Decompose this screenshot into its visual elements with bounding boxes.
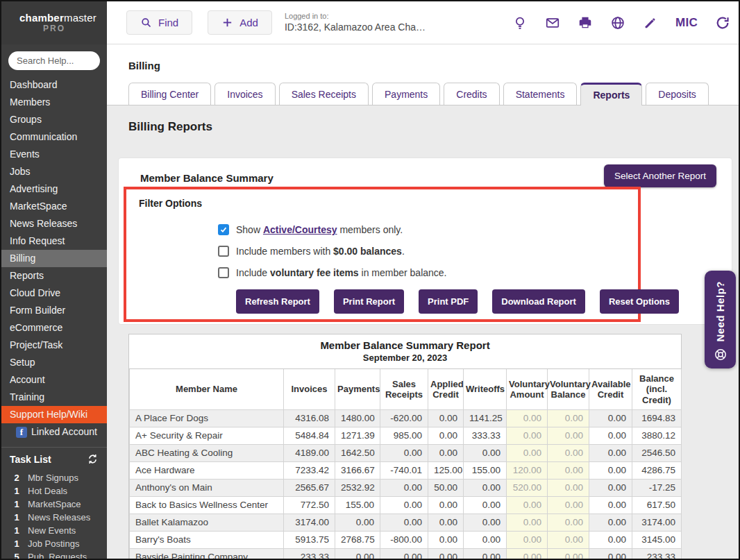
value-cell: 0.00 [548,427,589,444]
sidebar-item-setup[interactable]: Setup [1,354,107,371]
value-cell: 0.00 [589,479,632,496]
user-initials-label[interactable]: MIC [675,16,698,30]
refresh-report-button[interactable]: Refresh Report [236,289,319,314]
value-cell: 1271.39 [335,427,380,444]
download-report-button[interactable]: Download Report [492,289,585,314]
task-item-news-releases[interactable]: 1News Releases [10,511,99,524]
filter-checkbox-row[interactable]: Show Active/Courtesy members only. [218,223,638,236]
task-label: Job Postings [28,537,79,550]
tab-billing-center[interactable]: Billing Center [128,83,211,105]
app-window: chambermaster PRO Find Add Logged in to:… [0,0,740,560]
table-row: Back to Basics Wellness Center772.50155.… [130,496,682,514]
sidebar-item-dashboard[interactable]: Dashboard [1,76,107,94]
sidebar-item-linked-account[interactable]: f Linked Account [1,423,107,441]
task-count: 1 [10,498,24,511]
envelope-icon[interactable] [545,15,560,31]
checkbox-checked[interactable] [218,224,229,235]
tab-sales-receipts[interactable]: Sales Receipts [279,83,369,105]
add-button[interactable]: Add [208,10,272,35]
printer-icon[interactable] [578,15,593,31]
value-cell: 1141.25 [464,409,507,427]
task-label: MarketSpace [28,498,81,511]
filter-checkbox-label: Include members with $0.00 balances. [236,246,405,257]
toolbar-icons: MIC [512,1,730,44]
value-cell: 0.00 [548,409,589,427]
sidebar-item-events[interactable]: Events [1,146,107,163]
task-item-pub-requests[interactable]: 5Pub. Requests [10,550,99,560]
sidebar-item-news-releases[interactable]: News Releases [1,215,107,232]
sidebar-item-advertising[interactable]: Advertising [1,180,107,198]
sidebar-item-training[interactable]: Training [1,389,107,406]
sidebar-item-reports[interactable]: Reports [1,267,107,285]
tab-statements[interactable]: Statements [503,83,578,105]
print-pdf-button[interactable]: Print PDF [419,289,478,314]
report-table-caption: Member Balance Summary Report September … [129,334,681,369]
facebook-icon: f [16,427,27,438]
checkbox-unchecked[interactable] [218,246,229,257]
filter-checkbox-row[interactable]: Include voluntary fee items in member ba… [218,266,638,279]
sidebar-item-account[interactable]: Account [1,371,107,389]
sidebar-item-project-task[interactable]: Project/Task [1,337,107,354]
search-help-input[interactable] [8,51,100,70]
sidebar-item-form-builder[interactable]: Form Builder [1,302,107,319]
sidebar-item-support-help-wiki[interactable]: Support Help/Wiki [1,406,107,423]
sidebar-item-jobs[interactable]: Jobs [1,163,107,180]
value-cell: 7233.42 [284,461,335,479]
task-item-job-postings[interactable]: 1Job Postings [10,537,99,550]
sidebar-item-communication[interactable]: Communication [1,128,107,146]
sidebar-item-members[interactable]: Members [1,94,107,111]
value-cell: 5913.75 [284,531,335,548]
find-button[interactable]: Find [126,10,192,35]
section-title: Billing Reports [128,120,212,134]
tab-payments[interactable]: Payments [372,83,440,105]
bold-text: voluntary fee items [270,267,359,278]
globe-icon[interactable] [610,15,625,31]
filter-checkbox-row[interactable]: Include members with $0.00 balances. [218,245,638,257]
value-cell: 3880.12 [632,427,682,444]
lightbulb-icon[interactable] [512,15,528,31]
member-name-cell: Barry's Boats [130,531,284,548]
task-count: 1 [10,511,24,524]
sidebar-item-marketspace[interactable]: MarketSpace [1,198,107,215]
active-courtesy-link[interactable]: Active/Courtesy [263,224,337,235]
sidebar-item-billing[interactable]: Billing [1,250,107,267]
sidebar-item-cloud-drive[interactable]: Cloud Drive [1,285,107,302]
tab-reports[interactable]: Reports [580,83,642,105]
value-cell: 0.00 [548,461,589,479]
value-cell: -740.01 [380,461,428,479]
refresh-icon[interactable] [715,15,730,31]
tab-deposits[interactable]: Deposits [646,83,708,105]
sidebar-item-info-request[interactable]: Info Request [1,232,107,250]
need-help-tab[interactable]: Need Help? [705,271,736,368]
task-item-hot-deals[interactable]: 1Hot Deals [10,484,99,498]
table-row: Ballet Kalamazoo3174.000.000.000.000.000… [130,514,682,531]
select-another-report-button[interactable]: Select Another Report [604,164,716,187]
sidebar-item-groups[interactable]: Groups [1,111,107,128]
task-item-new-events[interactable]: 1New Events [10,524,99,537]
sidebar-nav: DashboardMembersGroupsCommunicationEvent… [1,76,107,423]
plus-icon [221,17,233,28]
value-cell: 0.00 [464,514,507,531]
table-row: A+ Security & Repair5484.841271.39985.00… [130,427,682,444]
task-refresh-icon[interactable] [87,453,99,465]
sidebar-item-ecommerce[interactable]: eCommerce [1,319,107,337]
value-cell: 985.00 [380,427,428,444]
value-cell: 120.00 [507,461,548,479]
value-cell: -17.25 [632,479,682,496]
value-cell: 4189.00 [284,444,335,461]
checkbox-unchecked[interactable] [218,267,229,278]
value-cell: 0.00 [589,548,632,559]
pencil-icon[interactable] [643,15,658,31]
task-label: Mbr Signups [28,471,78,484]
value-cell: 0.00 [380,514,428,531]
value-cell: 0.00 [464,444,507,461]
value-cell: 0.00 [464,548,507,559]
tab-invoices[interactable]: Invoices [215,83,275,105]
tab-credits[interactable]: Credits [444,83,499,105]
task-item-marketspace[interactable]: 1MarketSpace [10,498,99,511]
task-item-mbr-signups[interactable]: 2Mbr Signups [10,471,99,484]
value-cell: 0.00 [507,531,548,548]
value-cell: 1480.00 [335,409,380,427]
reset-options-button[interactable]: Reset Options [600,289,679,314]
print-report-button[interactable]: Print Report [334,289,404,314]
